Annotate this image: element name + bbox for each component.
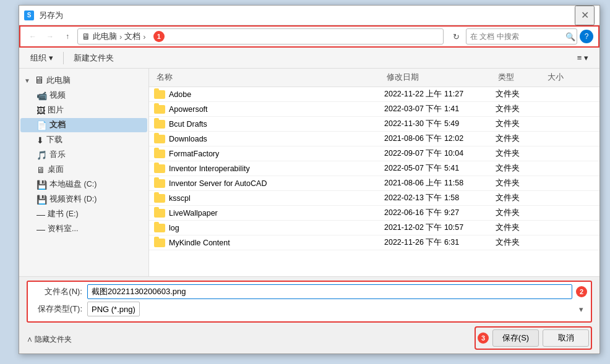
filetype-label: 保存类型(T):: [32, 303, 87, 315]
nav-badge-1: 1: [153, 31, 165, 42]
file-name-cell: ksscpl: [154, 194, 384, 203]
table-row[interactable]: Adobe 2022-11-22 上午 11:27 文件夹: [149, 87, 599, 102]
table-row[interactable]: MyKindle Content 2022-11-26 下午 6:31 文件夹: [149, 235, 599, 250]
button-row: ∧ 隐藏文件夹 3 保存(S) 取消: [27, 326, 592, 350]
sidebar-item-build-e[interactable]: — 建书 (E:): [20, 207, 147, 221]
table-row[interactable]: Bcut Drafts 2022-11-30 下午 5:49 文件夹: [149, 117, 599, 132]
file-name-cell: Bcut Drafts: [154, 120, 384, 129]
sidebar-item-desktop[interactable]: 🖥 桌面: [20, 163, 147, 177]
sidebar-item-video[interactable]: 📹 视频: [20, 88, 147, 103]
table-row[interactable]: LiveWallpaper 2022-06-16 下午 9:27 文件夹: [149, 206, 599, 221]
breadcrumb-pc: 此电脑: [93, 31, 117, 42]
folder-icon: [154, 135, 165, 143]
folder-icon: [154, 150, 165, 158]
sidebar-label: 视频资料 (D:): [49, 194, 97, 205]
download-icon: ⬇: [37, 135, 44, 145]
sidebar-label: 图片: [48, 105, 64, 116]
toolbar: 组织 ▾ 新建文件夹 ≡ ▾: [19, 48, 599, 69]
file-name-cell: log: [154, 224, 384, 232]
folder-icon: [154, 239, 165, 247]
address-bar[interactable]: 🖥 此电脑 › 文档 › 1: [77, 28, 444, 44]
toolbar-separator: [63, 52, 64, 64]
sidebar-label: 桌面: [48, 164, 64, 175]
file-name-cell: Apowersoft: [154, 105, 384, 114]
document-icon: 📄: [37, 121, 47, 130]
table-row[interactable]: Apowersoft 2022-03-07 下午 1:41 文件夹: [149, 102, 599, 117]
video-icon: 📹: [37, 91, 47, 101]
col-date[interactable]: 修改日期: [384, 71, 496, 84]
table-row[interactable]: FormatFactory 2022-09-07 下午 10:04 文件夹: [149, 146, 599, 161]
file-name-cell: Inventor Interoperability: [154, 164, 384, 173]
chevron-icon: ▼: [23, 76, 32, 85]
file-name-cell: Adobe: [154, 90, 384, 99]
sidebar-label: 本地磁盘 (C:): [49, 179, 97, 190]
folder-icon: [154, 179, 165, 188]
desktop-icon: 🖥: [37, 165, 45, 175]
sidebar-label: 资料室...: [48, 224, 78, 234]
organize-button[interactable]: 组织 ▾: [25, 51, 58, 66]
filename-input[interactable]: [87, 284, 572, 299]
back-button[interactable]: ←: [25, 29, 40, 44]
sidebar-item-video-d[interactable]: 💾 视频资料 (D:): [20, 192, 147, 206]
filetype-select-wrapper: PNG (*.png) ▾: [87, 302, 587, 316]
sidebar-item-computer[interactable]: ▼ 🖥 此电脑: [20, 73, 147, 88]
sidebar-label: 下载: [46, 135, 62, 145]
cancel-button[interactable]: 取消: [543, 329, 589, 347]
select-arrow-icon: ▾: [579, 305, 583, 314]
col-name[interactable]: 名称: [154, 71, 384, 84]
table-row[interactable]: log 2021-12-02 下午 10:57 文件夹: [149, 221, 599, 235]
title-bar: S 另存为 ✕: [19, 6, 599, 25]
dialog-title: 另存为: [39, 10, 575, 21]
save-button[interactable]: 保存(S): [492, 329, 539, 347]
forward-button[interactable]: →: [43, 29, 58, 44]
nav-bar: ← → ↑ 🖥 此电脑 › 文档 › 1 ↻ 🔍 ?: [19, 25, 599, 48]
hide-folders-area: ∧ 隐藏文件夹: [27, 331, 470, 346]
disk-icon: 💾: [37, 195, 47, 205]
file-list-header: 名称 修改日期 类型 大小: [149, 69, 599, 87]
action-badge-3: 3: [478, 332, 489, 344]
sidebar-item-local-c[interactable]: 💾 本地磁盘 (C:): [20, 177, 147, 192]
sidebar-item-picture[interactable]: 🖼 图片: [20, 103, 147, 117]
folder-icon: [154, 209, 165, 218]
filetype-row: 保存类型(T): PNG (*.png) ▾: [32, 302, 587, 316]
filename-label: 文件名(N):: [32, 286, 87, 297]
pc-icon: 🖥: [82, 32, 90, 41]
help-button[interactable]: ?: [580, 30, 593, 43]
sidebar-item-dataroom[interactable]: — 资料室...: [20, 222, 147, 236]
filetype-select[interactable]: PNG (*.png): [87, 302, 140, 316]
col-size[interactable]: 大小: [545, 71, 595, 84]
sidebar-item-music[interactable]: 🎵 音乐: [20, 148, 147, 162]
disk-icon: —: [37, 210, 45, 219]
file-rows-container: Adobe 2022-11-22 上午 11:27 文件夹 Apowersoft…: [149, 87, 599, 250]
folder-icon: [154, 224, 165, 232]
table-row[interactable]: Inventor Server for AutoCAD 2021-08-06 上…: [149, 176, 599, 191]
search-icon: 🔍: [565, 32, 575, 41]
close-button[interactable]: ✕: [575, 6, 595, 25]
sidebar-item-document[interactable]: 📄 文档: [20, 118, 147, 132]
sidebar-label: 文档: [49, 120, 66, 130]
app-icon: S: [24, 11, 34, 20]
sidebar-section: ▼ 🖥 此电脑 📹 视频 🖼 图片 📄 文档 ⬇: [19, 71, 148, 238]
refresh-button[interactable]: ↻: [449, 29, 463, 44]
breadcrumb-docs: 文档: [124, 31, 140, 42]
new-folder-button[interactable]: 新建文件夹: [69, 51, 119, 66]
hide-folders-btn[interactable]: ∧ 隐藏文件夹: [27, 333, 470, 346]
col-type[interactable]: 类型: [496, 71, 545, 84]
breadcrumb: 此电脑 › 文档 ›: [93, 31, 147, 42]
sidebar-label: 此电脑: [46, 75, 71, 86]
filename-row: 文件名(N): 2: [32, 284, 587, 299]
bottom-bar: 文件名(N): 2 保存类型(T): PNG (*.png) ▾ ∧ 隐藏文件夹…: [19, 276, 599, 353]
table-row[interactable]: Inventor Interoperability 2022-05-07 下午 …: [149, 161, 599, 176]
music-icon: 🎵: [37, 150, 47, 160]
sidebar-item-download[interactable]: ⬇ 下载: [20, 133, 147, 147]
search-box[interactable]: 🔍: [466, 28, 577, 44]
up-button[interactable]: ↑: [60, 29, 75, 44]
picture-icon: 🖼: [37, 106, 45, 116]
table-row[interactable]: Downloads 2021-08-06 下午 12:02 文件夹: [149, 132, 599, 146]
search-input[interactable]: [470, 32, 563, 41]
table-row[interactable]: ksscpl 2022-02-13 下午 1:58 文件夹: [149, 191, 599, 206]
file-name-cell: LiveWallpaper: [154, 209, 384, 218]
file-name-cell: FormatFactory: [154, 150, 384, 158]
folder-icon: [154, 164, 165, 173]
view-button[interactable]: ≡ ▾: [572, 51, 593, 64]
